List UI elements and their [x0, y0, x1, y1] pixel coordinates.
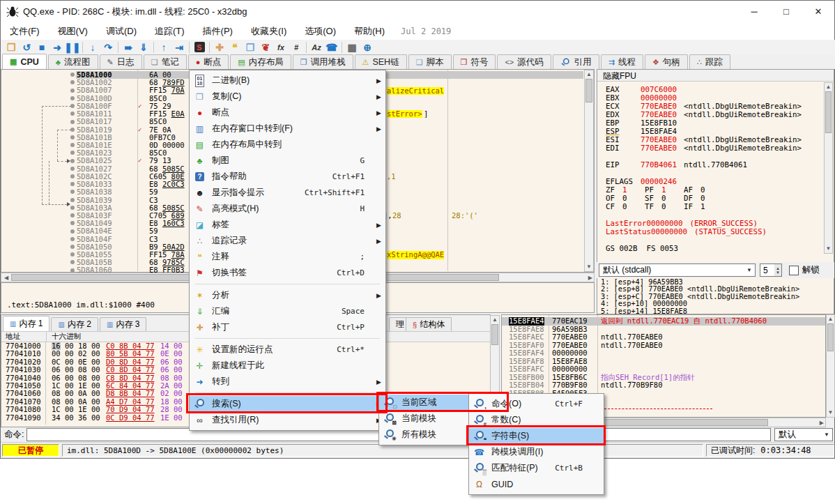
hash-icon[interactable]: #	[289, 41, 304, 54]
stack-row[interactable]: 15E8FAEC770EABE0ntdll.770EABE0	[502, 333, 825, 342]
menu-item-new-thread-here[interactable]: ✛新建线程于此	[190, 358, 385, 374]
submenu-item-string-references[interactable]: ❝字符串(S)	[469, 428, 604, 444]
register-line[interactable]: ZF1PF1AF0	[597, 186, 834, 194]
assemble-icon[interactable]: Az	[309, 41, 324, 54]
argument-row[interactable]: 5: [esp+14] 15E8FAE8	[597, 307, 834, 314]
tab-source[interactable]: <>源代码	[497, 54, 551, 69]
execute-till-return-icon[interactable]: ↑	[156, 41, 171, 54]
tab-call-stack[interactable]: ❒调用堆栈	[293, 54, 353, 69]
menu-item-goto-in-memory-map[interactable]: ▤在内存布局中转到	[190, 137, 385, 153]
fx-icon[interactable]: fx	[273, 41, 289, 54]
stack-vscrollbar[interactable]: ▲ ▼	[826, 314, 835, 418]
register-value[interactable]: 770EABE0	[641, 144, 684, 153]
menu-item-graph[interactable]: ♣制图G	[190, 153, 385, 169]
run-icon[interactable]: ➜	[49, 41, 65, 54]
register-line[interactable]: EDI770EABE0<ntdll.DbgUiRemoteBreakin>	[597, 144, 834, 153]
register-line[interactable]: LastStatus00000000(STATUS_SUCCESS)	[597, 228, 834, 236]
scylla-icon[interactable]: S	[192, 41, 207, 54]
stack-row[interactable]: 15E8FAF0770EABE0ntdll.770EABE0	[502, 342, 825, 350]
tab-dump2[interactable]: ▥内存 2	[51, 317, 98, 331]
scroll-left-arrow[interactable]: ◀	[3, 275, 10, 281]
menu-item-set-new-origin[interactable]: ✳设置新的运行点Ctrl+*	[190, 342, 385, 358]
menubar-item[interactable]: 追踪(T)	[146, 22, 194, 40]
disasm-vscrollbar[interactable]: ▲ ▼	[584, 70, 594, 272]
scroll-thumb[interactable]	[827, 323, 834, 351]
bookmark-icon[interactable]: ❦	[258, 41, 273, 54]
tab-symbols[interactable]: ❒符号	[453, 54, 496, 69]
submenu-item-pattern[interactable]: ▒匹配特征(P)Ctrl+B	[469, 460, 604, 476]
scroll-thumb[interactable]	[825, 91, 832, 133]
register-line[interactable]: EIP770B4061ntdll.770B4061	[597, 161, 834, 169]
stack-row[interactable]: 15E8FAF400000000	[502, 349, 825, 358]
pause-icon[interactable]: ❚❚	[65, 41, 80, 54]
menubar-item[interactable]: 插件(P)	[194, 22, 242, 40]
unlock-checkbox[interactable]	[789, 266, 799, 275]
stack-row[interactable]: 15E8FAFC00000000	[502, 365, 825, 374]
register-line[interactable]: EBP15E8FB10	[597, 119, 834, 128]
arguments-pane[interactable]: 1: [esp+4] 96A59BB32: [esp+8] 770EABE0 <…	[597, 278, 834, 314]
tab-dump1[interactable]: ▥内存 1	[3, 316, 49, 331]
submenu-item-command[interactable]: ›命令(O)Ctrl+F	[469, 396, 604, 412]
close-button[interactable]: ✕	[802, 1, 834, 22]
register-line[interactable]: OF0SF0DF0	[597, 194, 834, 203]
tab-memory-map[interactable]: ▤内存布局	[230, 54, 291, 69]
scroll-right-arrow[interactable]: ▶	[585, 275, 592, 281]
tab-struct[interactable]: §结构体	[406, 317, 452, 331]
registers-vscrollbar[interactable]: ▲ ▼	[824, 82, 833, 254]
scroll-up-arrow[interactable]: ▲	[827, 316, 834, 322]
switch-thread-icon[interactable]: ⇥	[171, 41, 187, 54]
scroll-up-arrow[interactable]: ▲	[825, 84, 832, 90]
menu-item-goto[interactable]: ➜转到▶	[190, 374, 385, 390]
argument-row[interactable]: 4: [esp+10] 00000000	[597, 300, 834, 307]
menu-item-goto-in-memory-window[interactable]: ▥在内存窗口中转到(F)▶	[190, 121, 385, 137]
register-line[interactable]: CF0TF0IF1	[597, 203, 834, 211]
flag-value[interactable]: 0	[661, 203, 684, 211]
calling-convention-select[interactable]: 默认 (stdcall) ▼	[599, 264, 756, 277]
hide-fpu-button[interactable]: 隐藏FPU	[597, 70, 834, 82]
menu-item-assemble[interactable]: ⇓汇编Space	[190, 303, 385, 319]
help-phone-icon[interactable]: ☎	[324, 41, 339, 54]
register-value[interactable]: 770B4061	[641, 161, 684, 169]
argument-count-stepper[interactable]: 5 ▲▼	[760, 264, 782, 277]
register-line[interactable]: EFLAGS00000246	[597, 178, 834, 186]
tab-handles[interactable]: ❖句柄	[645, 54, 688, 69]
trace-into-icon[interactable]: ⇓	[136, 41, 151, 54]
menubar-item[interactable]: 文件(F)	[1, 22, 49, 40]
tab-breakpoints[interactable]: ●断点	[188, 54, 229, 69]
menu-item-analysis[interactable]: ✶分析▶	[190, 287, 385, 303]
menubar-item[interactable]: 帮助(H)	[345, 22, 394, 40]
favourites-icon[interactable]: ❐	[243, 41, 258, 54]
register-line[interactable]: GS 002B FS 0053	[597, 245, 834, 253]
menubar-item[interactable]: 收藏夹(I)	[242, 22, 296, 40]
scroll-down-arrow[interactable]: ▼	[827, 410, 834, 415]
scroll-down-arrow[interactable]: ▼	[825, 246, 832, 252]
menubar-item[interactable]: 调试(D)	[97, 22, 146, 40]
stack-row[interactable]: 15E8FAF815E8FAE8	[502, 358, 825, 366]
step-into-icon[interactable]: ↓	[85, 41, 100, 54]
tab-cpu[interactable]: ▦CPU	[2, 54, 47, 69]
tab-graph[interactable]: ♣流程图	[48, 54, 98, 69]
comment-icon[interactable]: ❝	[227, 41, 243, 54]
step-over-icon[interactable]: ↷	[100, 41, 116, 54]
menubar-item[interactable]: 选项(O)	[296, 22, 345, 40]
tab-log[interactable]: ✎日志	[100, 54, 142, 69]
scroll-down-arrow[interactable]: ▼	[585, 264, 593, 270]
tab-seh[interactable]: ⚠SEH链	[355, 54, 407, 69]
stop-icon[interactable]: ■	[34, 41, 49, 54]
minimize-button[interactable]: ─	[738, 1, 770, 22]
menu-item-copy[interactable]: ❐复制(C)▶	[190, 89, 385, 105]
menu-item-instruction-help[interactable]: ?指令帮助Ctrl+F1	[190, 169, 385, 185]
scroll-thumb[interactable]	[585, 79, 592, 102]
menu-item-highlighting-mode[interactable]: ✎高亮模式(H)H	[190, 201, 385, 217]
menu-item-patch[interactable]: ✚补丁Ctrl+P	[190, 319, 385, 335]
submenu-item-intermodular-calls[interactable]: ☎跨模块调用(I)	[469, 444, 604, 460]
command-scope-select[interactable]: 默认 ▼	[774, 428, 833, 441]
menu-item-binary[interactable]: 01 10二进制(B)▶	[190, 72, 385, 89]
register-line[interactable]: EDX770EABE0<ntdll.DbgUiRemoteBreakin>	[597, 111, 834, 119]
maximize-button[interactable]: □	[770, 1, 802, 22]
stepper-arrows-icon[interactable]: ▲▼	[774, 264, 781, 276]
menu-item-show-mnemonic-brief[interactable]: ☻显示指令提示Ctrl+Shift+F1	[190, 185, 385, 201]
submenu-item-guid[interactable]: ΩGUID	[469, 476, 604, 492]
calculator-icon[interactable]: ▦	[344, 41, 360, 54]
scroll-thumb[interactable]	[491, 324, 498, 345]
